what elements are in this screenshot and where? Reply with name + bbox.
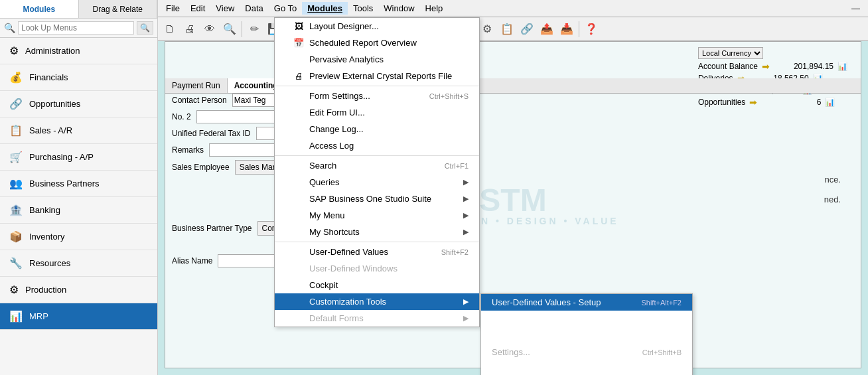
opportunities-label: Opportunities xyxy=(698,98,745,107)
form-settings-shortcut: Ctrl+Shift+S xyxy=(429,92,469,100)
menu-item-scheduled-report[interactable]: 📅 Scheduled Report Overview xyxy=(275,35,479,51)
menu-item-change-log[interactable]: Change Log... xyxy=(275,121,479,137)
toolbar-help[interactable]: ❓ xyxy=(582,20,601,38)
submenu-item-udv-setup[interactable]: User-Defined Values - Setup Shift+Alt+F2 xyxy=(481,294,692,311)
my-shortcuts-arrow: ▶ xyxy=(463,228,469,236)
submenu-item-udf-mgmt[interactable]: User-Defined Fields - Management... xyxy=(481,327,692,344)
menu-item-sap-studio[interactable]: SAP Business One Studio Suite ▶ xyxy=(275,190,479,207)
toolbar-btn9[interactable]: ⚙ xyxy=(478,20,496,38)
sidebar-item-opportunities[interactable]: 🔗 Opportunities xyxy=(0,91,157,117)
sidebar-tab-modules[interactable]: Modules xyxy=(0,0,79,18)
sidebar-item-banking[interactable]: 🏦 Banking xyxy=(0,197,157,224)
sidebar-search-bar: 🔍 🔍 xyxy=(0,19,157,38)
menu-item-form-settings[interactable]: Form Settings... Ctrl+Shift+S xyxy=(275,88,479,104)
queries-arrow: ▶ xyxy=(463,178,469,187)
toolbar-btn11[interactable]: 🔗 xyxy=(518,20,536,38)
menu-window[interactable]: Window xyxy=(378,2,419,15)
sales-icon: 📋 xyxy=(9,124,23,137)
menu-item-user-defined-values[interactable]: User-Defined Values Shift+F2 xyxy=(275,244,479,260)
menu-item-pervasive[interactable]: Pervasive Analytics xyxy=(275,51,479,68)
menu-item-default-forms[interactable]: Default Forms ▶ xyxy=(275,310,479,327)
submenu-item-settings[interactable]: Settings... Ctrl+Shift+B xyxy=(481,344,692,360)
search-button[interactable]: 🔍 xyxy=(137,21,153,35)
udv-shortcut: Shift+F2 xyxy=(441,248,469,256)
mrp-icon: 📊 xyxy=(9,310,23,323)
menu-modules[interactable]: Modules xyxy=(302,2,348,15)
toolbar-print[interactable]: 🖨 xyxy=(181,20,199,38)
toolbar-find[interactable]: 🔍 xyxy=(220,20,239,38)
layout-designer-icon: 🖼 xyxy=(293,21,304,31)
sales-emp-label: Sales Employee xyxy=(172,163,230,172)
search-icon: 🔍 xyxy=(4,23,15,33)
sidebar-item-purchasing[interactable]: 🛒 Purchasing - A/P xyxy=(0,144,157,171)
sidebar-item-administration[interactable]: ⚙ Administration xyxy=(0,38,157,64)
menu-data[interactable]: Data xyxy=(240,2,268,15)
form-tabs: Payment Run Accounting Properties Remark… xyxy=(165,78,861,94)
purchasing-icon: 🛒 xyxy=(9,151,23,163)
sidebar-item-resources[interactable]: 🔧 Resources xyxy=(0,250,157,277)
menu-help[interactable]: Help xyxy=(420,2,449,15)
menu-item-search[interactable]: Search Ctrl+F1 xyxy=(275,157,479,174)
menu-file[interactable]: File xyxy=(161,2,185,15)
menu-tools[interactable]: Tools xyxy=(348,2,378,15)
main-menu-bar: File Edit View Data Go To Modules Tools … xyxy=(158,0,868,17)
right-text1: nce. xyxy=(824,175,841,185)
menu-item-my-menu[interactable]: My Menu ▶ xyxy=(275,207,479,224)
menu-sep3 xyxy=(275,242,479,242)
menu-item-edit-form-ui[interactable]: Edit Form UI... xyxy=(275,104,479,121)
menu-sep1 xyxy=(275,86,479,86)
menu-item-layout-designer[interactable]: 🖼 Layout Designer... xyxy=(275,18,479,35)
menu-view[interactable]: View xyxy=(210,2,240,15)
menu-item-cockpit[interactable]: Cockpit xyxy=(275,277,479,293)
toolbar: 🗋 🖨 👁 🔍 ✏ 💾 ✖ |◀ ◀ ▶ ▶| 🔎 🔑 📊 📁 ⚙ 📋 🔗 📤 … xyxy=(158,17,868,41)
sidebar-item-sales[interactable]: 📋 Sales - A/R xyxy=(0,117,157,144)
menu-edit[interactable]: Edit xyxy=(185,2,210,15)
remarks-field-label: Remarks xyxy=(172,145,204,155)
bp-type-label: Business Partner Type xyxy=(172,224,252,233)
menu-item-preview-crystal[interactable]: 🖨 Preview External Crystal Reports File xyxy=(275,68,479,84)
right-text2: ned. xyxy=(824,194,841,204)
menu-minimize[interactable]: — xyxy=(846,2,865,15)
scheduled-report-icon: 📅 xyxy=(293,38,304,48)
opp-value: 6 xyxy=(761,98,821,107)
menu-item-udw[interactable]: User-Defined Windows xyxy=(275,260,479,277)
sidebar-item-financials[interactable]: 💰 Financials xyxy=(0,64,157,91)
modules-menu: 🖼 Layout Designer... 📅 Scheduled Report … xyxy=(274,17,480,327)
sidebar-item-inventory[interactable]: 📦 Inventory xyxy=(0,224,157,250)
menu-item-queries[interactable]: Queries ▶ xyxy=(275,174,479,190)
federal-tax-label: Unified Federal Tax ID xyxy=(172,129,251,138)
menu-goto[interactable]: Go To xyxy=(269,2,302,15)
menu-sep2 xyxy=(275,155,479,156)
toolbar-edit[interactable]: ✏ xyxy=(245,20,263,38)
resources-icon: 🔧 xyxy=(9,257,23,269)
sidebar: Modules Drag & Relate 🔍 🔍 ⚙ Administrati… xyxy=(0,0,158,375)
contact-person-label: Contact Person xyxy=(172,96,227,105)
sidebar-item-mrp[interactable]: 📊 MRP xyxy=(0,303,157,330)
opp-chart-icon[interactable]: 📊 xyxy=(825,98,835,107)
settings-shortcut: Ctrl+Shift+B xyxy=(642,348,682,356)
toolbar-btn12[interactable]: 📤 xyxy=(538,20,556,38)
search-input[interactable] xyxy=(18,21,134,35)
menu-item-my-shortcuts[interactable]: My Shortcuts ▶ xyxy=(275,224,479,240)
no2-input[interactable] xyxy=(196,110,276,123)
toolbar-new[interactable]: 🗋 xyxy=(161,20,179,38)
balance-label: Account Balance xyxy=(698,62,758,71)
customization-submenu: User-Defined Values - Setup Shift+Alt+F2… xyxy=(480,293,693,375)
submenu-item-objects-wizard[interactable]: Objects Registration Wizard... xyxy=(481,360,692,375)
balance-chart-icon[interactable]: 📊 xyxy=(837,62,847,71)
opp-arrow: ➡ xyxy=(749,97,757,108)
menu-item-access-log[interactable]: Access Log xyxy=(275,137,479,154)
currency-select[interactable]: Local Currency xyxy=(698,47,763,59)
sidebar-tab-drag[interactable]: Drag & Relate xyxy=(79,0,158,18)
financials-icon: 💰 xyxy=(9,71,23,84)
toolbar-btn10[interactable]: 📋 xyxy=(498,20,516,38)
administration-icon: ⚙ xyxy=(9,44,19,57)
preview-crystal-icon: 🖨 xyxy=(293,71,304,81)
toolbar-btn13[interactable]: 📥 xyxy=(557,20,576,38)
sidebar-item-production[interactable]: ⚙ Production xyxy=(0,277,157,303)
sidebar-item-bizpartners[interactable]: 👥 Business Partners xyxy=(0,171,157,197)
submenu-item-udt-setup[interactable]: User-Defined Tables - Setup... xyxy=(481,311,692,327)
toolbar-preview[interactable]: 👁 xyxy=(200,20,219,38)
menu-item-customization-tools[interactable]: Customization Tools ▶ User-Defined Value… xyxy=(275,293,479,310)
tab-payment-run[interactable]: Payment Run xyxy=(165,78,228,93)
